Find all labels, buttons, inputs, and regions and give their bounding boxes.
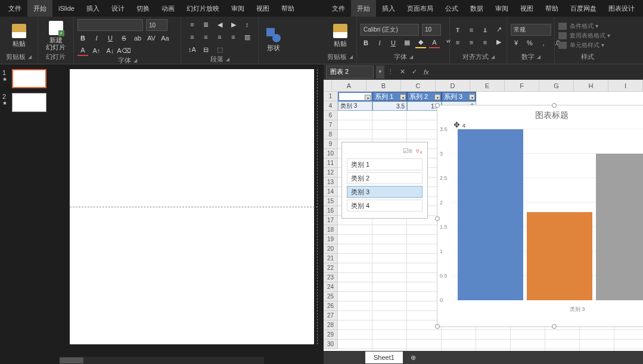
bullets-button[interactable]: ≡ [187,19,198,30]
cell-b1[interactable]: 系列 1▾ [372,92,407,101]
cell[interactable] [372,311,407,321]
cell[interactable] [372,321,407,330]
tab-iSlide[interactable]: iSlide [52,0,80,17]
cell[interactable] [614,340,643,349]
numbering-button[interactable]: ≣ [201,19,212,30]
font-color-button[interactable]: A [429,38,440,48]
row-header-1[interactable]: 1 [324,92,338,101]
underline-button[interactable]: U [388,38,399,48]
row-header-8[interactable]: 8 [324,130,338,139]
cell-a1[interactable]: ▾ [338,92,372,101]
clear-filter-icon[interactable]: ▿ₓ [416,147,423,155]
resize-handle[interactable] [435,324,440,329]
tab-文件[interactable]: 文件 [326,0,351,17]
chart-title[interactable]: 图表标题 [437,105,643,126]
cell[interactable] [476,340,511,349]
cell[interactable] [338,225,372,235]
tab-审阅[interactable]: 审阅 [225,0,250,17]
align-mid-button[interactable]: ≡ [466,24,477,35]
cell[interactable] [580,340,614,349]
row-header-16[interactable]: 16 [324,206,338,216]
row-header-30[interactable]: 30 [324,340,338,349]
row-header-17[interactable]: 17 [324,216,338,225]
filter-icon[interactable]: ▾ [365,95,371,101]
cell[interactable] [338,263,372,273]
cell[interactable] [407,340,442,349]
spacing-button[interactable]: AV [146,33,157,43]
row-header-13[interactable]: 13 [324,178,338,187]
row-header-23[interactable]: 23 [324,273,338,282]
slide-canvas[interactable] [60,64,324,357]
dialog-launcher-icon[interactable]: ◢ [537,54,541,60]
cell[interactable] [442,340,476,349]
col-header-A[interactable]: A [332,80,366,92]
bar-系列 1[interactable] [458,129,523,300]
row-header-4[interactable]: 4 [324,101,338,111]
cell[interactable] [511,330,545,340]
fx-icon[interactable]: fx [420,69,433,76]
row-header-9[interactable]: 9 [324,139,338,149]
align-text-button[interactable]: ⊟ [201,44,212,55]
cell[interactable] [407,349,442,351]
dialog-launcher-icon[interactable]: ◢ [28,54,32,60]
tab-开始[interactable]: 开始 [351,0,376,17]
dialog-launcher-icon[interactable]: ◢ [491,54,495,60]
filter-item[interactable]: 类别 1 [347,158,423,170]
columns-button[interactable]: ▥ [242,32,253,42]
cell[interactable] [476,330,511,340]
tab-幻灯片放映[interactable]: 幻灯片放映 [181,0,225,17]
cell[interactable] [442,330,476,340]
cell[interactable] [372,282,407,292]
font-size-combo[interactable]: 10 [146,19,167,31]
col-header-B[interactable]: B [366,80,401,92]
paste-button[interactable]: 粘贴 [333,24,347,48]
cell[interactable] [372,301,407,311]
style-item[interactable]: 单元格样式 ▾ [558,41,604,49]
cell[interactable] [614,349,643,351]
cell[interactable] [338,311,372,321]
cell[interactable] [511,340,545,349]
smartart-button[interactable]: ⬚ [215,44,225,55]
dialog-launcher-icon[interactable]: ◢ [133,58,137,63]
cell[interactable] [372,254,407,263]
tab-百度网盘[interactable]: 百度网盘 [564,0,602,17]
row-header-21[interactable]: 21 [324,254,338,263]
italic-button[interactable]: I [91,33,102,43]
font-family-combo[interactable]: Calibri (正文) [361,24,419,36]
tab-公式[interactable]: 公式 [439,0,464,17]
align-right-button[interactable]: ≡ [480,37,490,48]
cell[interactable] [338,292,372,301]
align-left-button[interactable]: ≡ [187,32,198,42]
cell[interactable] [372,292,407,301]
bar-系列 2[interactable] [527,212,592,300]
case-button[interactable]: Aa [160,33,170,43]
resize-handle[interactable] [435,103,440,108]
clear-format-button[interactable]: A⌫ [119,45,129,56]
strike-button[interactable]: S [119,33,129,43]
font-color-button[interactable]: A [77,45,88,56]
cell-a4[interactable]: 类别 3 [338,101,372,111]
cell-b4[interactable]: 3.5 [372,101,407,111]
cell[interactable] [372,111,407,120]
cell[interactable] [338,120,372,130]
cell[interactable] [407,330,442,340]
orientation-button[interactable]: ↗ [493,24,504,35]
linespace-button[interactable]: ↕ [242,19,253,30]
slide-thumbnail[interactable] [12,69,46,88]
style-item[interactable]: 套用表格格式 ▾ [558,32,610,40]
indent-inc-button[interactable]: ▶ [228,19,239,30]
cell[interactable] [372,244,407,254]
cell[interactable] [338,321,372,330]
tab-插入[interactable]: 插入 [376,0,401,17]
name-box-dropdown[interactable]: ▼ [376,66,384,79]
cell[interactable] [338,244,372,254]
filter-icon[interactable]: ▾ [434,94,440,100]
dialog-launcher-icon[interactable]: ◢ [349,54,353,60]
cell[interactable] [372,225,407,235]
resize-handle[interactable] [552,103,557,108]
scroll-thumb[interactable] [60,357,83,363]
row-header-24[interactable]: 24 [324,282,338,292]
indent-button[interactable]: ▶ [493,37,504,48]
row-header-20[interactable]: 20 [324,244,338,254]
cell[interactable] [338,340,372,349]
